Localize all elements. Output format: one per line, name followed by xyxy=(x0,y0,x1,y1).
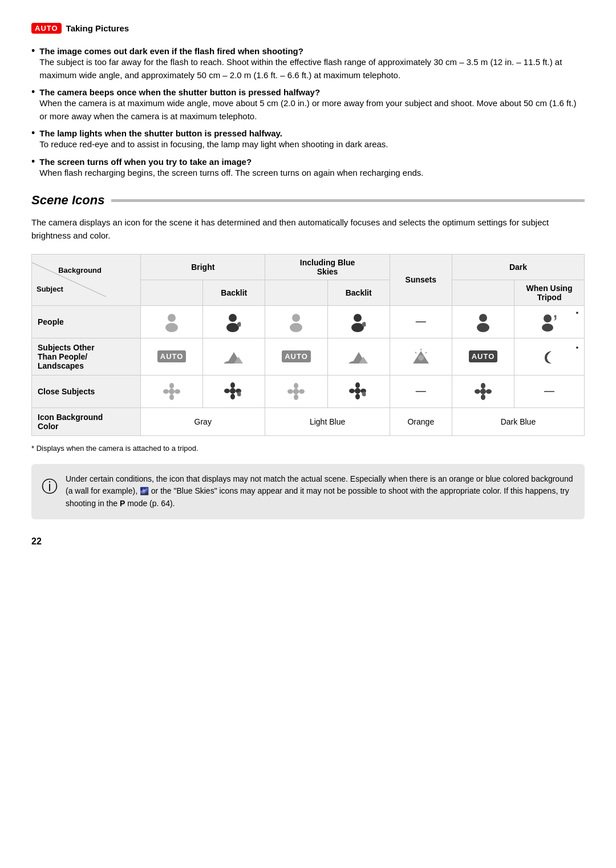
svg-point-30 xyxy=(224,389,230,393)
svg-point-36 xyxy=(299,389,305,394)
svg-point-3 xyxy=(229,314,237,322)
cell-color-light-blue: Light Blue xyxy=(265,407,390,435)
bullet-content-3: The lamp lights when the shutter button … xyxy=(39,128,388,151)
svg-point-44 xyxy=(481,394,485,400)
page-number: 22 xyxy=(31,536,585,547)
svg-point-45 xyxy=(475,389,480,394)
cell-landscapes-bright: AUTO xyxy=(141,338,203,375)
svg-point-37 xyxy=(355,388,360,394)
table-row-landscapes: Subjects OtherThan People/Landscapes AUT… xyxy=(32,338,585,375)
cell-people-blue xyxy=(265,305,327,338)
bullet-item-2: • The camera beeps once when the shutter… xyxy=(31,87,585,123)
svg-point-1 xyxy=(168,314,176,322)
bullet-title-2: The camera beeps once when the shutter b… xyxy=(39,87,320,97)
bullet-title-3: The lamp lights when the shutter button … xyxy=(39,128,282,138)
th-bright-normal xyxy=(141,280,203,305)
note-icon: ⓘ xyxy=(42,474,58,499)
table-row-bg-color: Icon BackgroundColor Gray Light Blue Ora… xyxy=(32,407,585,435)
th-sunsets: Sunsets xyxy=(390,254,452,305)
footnote: * Displays when the camera is attached t… xyxy=(31,444,585,453)
th-dark: Dark xyxy=(452,254,584,280)
svg-point-42 xyxy=(480,389,486,394)
cell-color-dark-blue: Dark Blue xyxy=(452,407,584,435)
svg-point-22 xyxy=(169,389,175,394)
intro-text: The camera displays an icon for the scen… xyxy=(31,216,585,243)
section-heading-text: Scene Icons xyxy=(31,193,104,208)
svg-point-7 xyxy=(354,314,362,322)
cell-people-dark-tripod: * xyxy=(514,305,585,338)
svg-point-35 xyxy=(287,389,293,394)
th-dark-normal xyxy=(452,280,514,305)
table-header-row-1: Background Subject Bright Including Blue… xyxy=(32,254,585,280)
section-heading: Scene Icons xyxy=(31,193,585,208)
bullet-content-1: The image comes out dark even if the fla… xyxy=(39,46,585,82)
th-blue-backlit: Backlit xyxy=(327,280,390,305)
cell-people-bright-backlit xyxy=(203,305,265,338)
icon-auto-blue: AUTO xyxy=(282,350,311,362)
svg-line-20 xyxy=(425,352,427,353)
bullet-dot-2: • xyxy=(31,86,35,98)
cell-color-orange: Orange xyxy=(390,407,452,435)
row-label-landscapes: Subjects OtherThan People/Landscapes xyxy=(32,338,141,375)
th-topleft: Background Subject xyxy=(32,254,141,305)
cell-color-gray: Gray xyxy=(141,407,265,435)
cell-landscapes-blue: AUTO xyxy=(265,338,327,375)
cell-landscapes-sunsets xyxy=(390,338,452,375)
icon-auto-dark: AUTO xyxy=(469,350,498,362)
bullet-item-4: • The screen turns off when you try to t… xyxy=(31,157,585,180)
cell-landscapes-dark-tripod: * xyxy=(514,338,585,375)
cell-close-blue-backlit xyxy=(327,375,390,407)
bullet-body-4: When flash recharging begins, the screen… xyxy=(39,168,423,177)
svg-point-24 xyxy=(169,394,174,400)
svg-point-2 xyxy=(165,323,178,332)
cell-people-bright xyxy=(141,305,203,338)
th-bright-backlit: Backlit xyxy=(203,280,265,305)
bullet-item-1: • The image comes out dark even if the f… xyxy=(31,46,585,82)
page-header: AUTO Taking Pictures xyxy=(31,23,585,34)
diag-subject-label: Subject xyxy=(37,285,63,293)
th-blue-skies: Including BlueSkies xyxy=(265,254,390,280)
row-label-people: People xyxy=(32,305,141,338)
cell-close-sunsets: — xyxy=(390,375,452,407)
row-label-close-subjects: Close Subjects xyxy=(32,375,141,407)
svg-point-18 xyxy=(418,355,424,361)
icon-auto-bright: AUTO xyxy=(157,350,187,362)
svg-point-11 xyxy=(544,314,552,322)
svg-point-40 xyxy=(349,389,355,393)
row-label-bg-color: Icon BackgroundColor xyxy=(32,407,141,435)
cell-landscapes-blue-backlit xyxy=(327,338,390,375)
bullet-dot-3: • xyxy=(31,127,35,139)
svg-point-10 xyxy=(477,323,489,332)
bullet-dot-4: • xyxy=(31,156,35,168)
bullet-content-4: The screen turns off when you try to tak… xyxy=(39,157,423,180)
cell-landscapes-bright-backlit xyxy=(203,338,265,375)
svg-point-23 xyxy=(169,383,174,389)
svg-point-34 xyxy=(294,394,298,400)
svg-point-39 xyxy=(355,394,360,399)
bullet-section: • The image comes out dark even if the f… xyxy=(31,46,585,179)
section-heading-line xyxy=(111,199,585,202)
svg-point-28 xyxy=(230,382,235,388)
svg-point-32 xyxy=(293,389,299,394)
cell-landscapes-dark: AUTO xyxy=(452,338,514,375)
diag-background-label: Background xyxy=(58,266,102,274)
svg-point-12 xyxy=(542,324,553,332)
svg-line-21 xyxy=(415,352,416,353)
cell-close-dark-tripod: — xyxy=(514,375,585,407)
cell-close-bright xyxy=(141,375,203,407)
bullet-dot-1: • xyxy=(31,45,35,57)
auto-badge: AUTO xyxy=(31,23,62,34)
bullet-body-1: The subject is too far away for the flas… xyxy=(39,57,562,80)
scene-table: Background Subject Bright Including Blue… xyxy=(31,254,585,436)
th-dark-tripod: When UsingTripod xyxy=(514,280,585,305)
svg-point-5 xyxy=(292,314,300,322)
note-text: Under certain conditions, the icon that … xyxy=(66,473,574,510)
cell-close-bright-backlit xyxy=(203,375,265,407)
cell-people-sunsets: — xyxy=(390,305,452,338)
bullet-item-3: • The lamp lights when the shutter butto… xyxy=(31,128,585,151)
th-bright: Bright xyxy=(141,254,265,280)
cell-people-blue-backlit xyxy=(327,305,390,338)
svg-point-46 xyxy=(486,389,492,394)
svg-point-29 xyxy=(230,394,235,399)
bullet-body-3: To reduce red-eye and to assist in focus… xyxy=(39,139,388,149)
